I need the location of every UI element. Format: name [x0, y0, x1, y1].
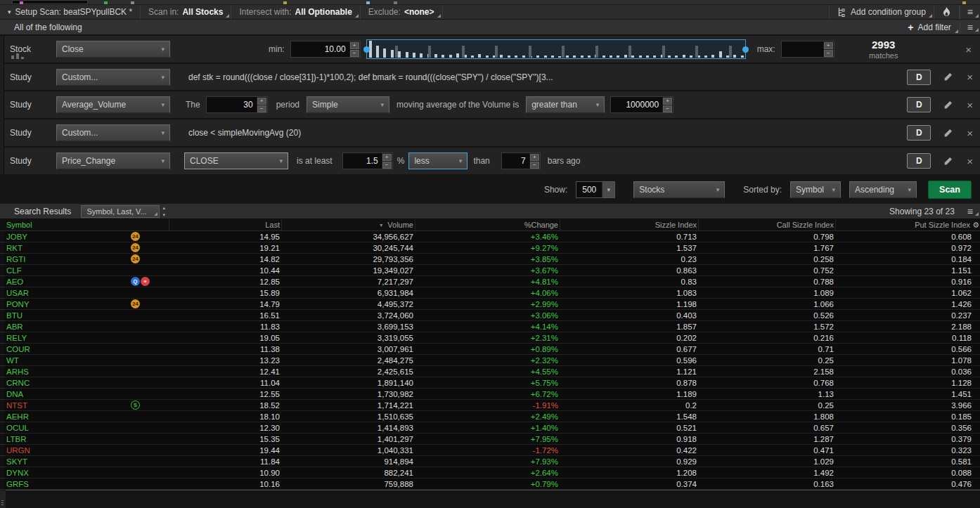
volume-threshold-spinner[interactable]: +− — [662, 97, 673, 112]
table-row[interactable]: GRFS10.16759,888+0.79%0.3740.1630.476 — [0, 478, 980, 490]
period-length-spinner[interactable]: +− — [257, 97, 267, 112]
study-field-dropdown[interactable]: Custom... ▾ — [56, 124, 170, 141]
column-header-put-sizzle[interactable]: Put Sizzle Index — [835, 219, 980, 230]
setup-scan-menu[interactable]: ▾ Setup Scan: beatSPYpullBCK * — [0, 5, 141, 19]
column-view-selector[interactable]: Symbol, Last, V... — [81, 205, 160, 218]
table-row[interactable]: NTSTS18.521,714,221-1.91%0.20.253.966 — [0, 400, 980, 411]
scan-in-selector[interactable]: Scan in: All Stocks — [141, 5, 231, 19]
table-row[interactable]: ABR11.833,699,153+4.14%1.8571.5722.188 — [0, 321, 980, 332]
spinner-down-button[interactable]: − — [824, 50, 833, 57]
spinner-down-button[interactable]: − — [257, 105, 266, 112]
aggregation-period-button[interactable]: D — [907, 97, 931, 112]
table-row[interactable]: LTBR15.351,401,297+7.95%0.9181.2870.379 — [0, 434, 980, 445]
remove-filter-button[interactable]: × — [965, 44, 972, 55]
spinner-up-button[interactable]: + — [382, 154, 392, 161]
remove-filter-button[interactable]: × — [967, 100, 973, 110]
spinner-up-button[interactable]: + — [257, 98, 266, 105]
edit-pencil-icon[interactable] — [943, 157, 953, 166]
bars-ago-spinner[interactable]: +− — [529, 153, 540, 169]
table-row[interactable]: SKYT11.84914,894+7.93%0.9291.0290.581 — [0, 456, 980, 467]
study-field-dropdown[interactable]: Custom... ▾ — [56, 69, 170, 86]
results-menu-button[interactable]: ≡ — [960, 206, 980, 217]
table-row[interactable]: DNA12.551,730,982+6.72%1.1891.131.451 — [0, 389, 980, 400]
sort-field-dropdown[interactable]: Symbol ▾ — [790, 181, 841, 198]
spinner-up-button[interactable]: + — [663, 98, 672, 105]
exclude-selector[interactable]: Exclude: <none> — [361, 5, 443, 19]
edit-pencil-icon[interactable] — [943, 72, 953, 82]
chevron-down-icon[interactable]: ▾ — [602, 182, 614, 197]
table-row[interactable]: OCUL12.301,414,893+1.40%0.5210.6570.356 — [0, 422, 980, 434]
column-header-volume[interactable]: ▾ Volume — [281, 219, 415, 230]
spinner-up-button[interactable]: + — [530, 154, 539, 161]
add-filter-button[interactable]: + Add filter — [899, 20, 960, 34]
stock-field-dropdown[interactable]: Close ▾ — [56, 41, 170, 58]
direction-dropdown[interactable]: less ▾ — [408, 152, 468, 169]
scan-button[interactable]: Scan — [928, 181, 972, 199]
add-condition-group-button[interactable]: Add condition group — [829, 5, 934, 19]
show-count-combobox[interactable]: 500 ▾ — [576, 181, 615, 198]
table-row[interactable]: RKT2419.2130,245,744+9.27%1.5371.7670.97… — [0, 242, 980, 254]
remove-filter-button[interactable]: × — [967, 72, 973, 82]
period-length-input[interactable]: 30 +− — [206, 96, 268, 113]
volume-threshold-input[interactable]: 1000000 +− — [610, 96, 673, 113]
spinner-down-button[interactable]: − — [350, 50, 359, 57]
instrument-type-dropdown[interactable]: Stocks ▾ — [633, 181, 725, 198]
slider-max-handle[interactable] — [742, 46, 749, 53]
intersect-with-selector[interactable]: Intersect with: All Optionable — [231, 5, 360, 19]
min-price-spinner[interactable]: +− — [349, 41, 360, 57]
percent-change-input[interactable]: 1.5 +− — [342, 152, 393, 169]
table-row[interactable]: USAR15.896,931,984+4.06%1.0831.0891.062 — [0, 287, 980, 299]
comparison-dropdown[interactable]: greater than ▾ — [526, 96, 605, 113]
edit-pencil-icon[interactable] — [943, 100, 953, 110]
edit-pencil-icon[interactable] — [943, 129, 953, 138]
table-row[interactable]: AEOQ≡12.857,217,297+4.81%0.830.7880.916 — [0, 276, 980, 287]
table-row[interactable]: CLF10.4419,349,027+3.67%0.8630.7521.151 — [0, 265, 980, 276]
spinner-down-button[interactable]: − — [382, 162, 392, 169]
filter-bar-menu-button[interactable]: ≡ — [960, 22, 980, 33]
panel-grip[interactable] — [0, 490, 6, 508]
toolbar-menu-button[interactable]: ≡ — [960, 5, 980, 19]
spinner-down-button[interactable]: − — [663, 105, 672, 112]
max-price-input[interactable]: +− — [781, 41, 834, 58]
price-range-slider[interactable] — [366, 39, 746, 59]
percent-change-spinner[interactable]: +− — [382, 153, 392, 169]
remove-filter-button[interactable]: × — [967, 128, 973, 138]
max-price-spinner[interactable]: +− — [823, 41, 834, 57]
column-header-change[interactable]: %Change — [415, 219, 560, 230]
table-row[interactable]: RELY19.053,319,055+2.31%0.2020.2160.118 — [0, 332, 980, 344]
column-header-sizzle[interactable]: Sizzle Index — [560, 219, 698, 230]
aggregation-period-button[interactable]: D — [907, 70, 931, 85]
column-header-call-sizzle[interactable]: Call Sizzle Index — [698, 219, 835, 230]
table-row[interactable]: COUR11.383,007,961+0.89%0.6770.710.566 — [0, 344, 980, 355]
table-row[interactable]: JOBY2414.9534,956,627+3.46%0.7130.7980.6… — [0, 231, 980, 242]
bars-ago-input[interactable]: 7 +− — [501, 152, 541, 169]
aggregation-period-button[interactable]: D — [907, 125, 931, 141]
remove-filter-button[interactable]: × — [967, 156, 973, 167]
table-row[interactable]: AEHR18.101,510,635+2.49%1.5481.8080.185 — [0, 411, 980, 422]
table-row[interactable]: ARHS12.412,425,615+4.55%1.1212.1580.036 — [0, 366, 980, 377]
column-settings-gear-icon[interactable]: ⚙ — [972, 221, 979, 230]
table-row[interactable]: CRNC11.041,891,140+5.75%0.8780.7681.128 — [0, 377, 980, 389]
spinner-down-button[interactable]: − — [530, 162, 539, 169]
aggregation-period-button[interactable]: D — [907, 153, 931, 169]
spinner-up-button[interactable]: + — [350, 42, 359, 49]
sizzle-button[interactable] — [934, 5, 960, 19]
min-price-input[interactable]: 10.00 +− — [290, 41, 361, 58]
table-row[interactable]: PONY2414.794,495,372+2.99%1.1981.0661.42… — [0, 299, 980, 310]
ma-type-dropdown[interactable]: Simple ▾ — [307, 96, 389, 113]
table-row[interactable]: RGTI2414.8229,793,356+3.85%0.230.2580.18… — [0, 254, 980, 265]
sort-direction-dropdown[interactable]: Ascending ▾ — [849, 181, 917, 198]
search-results-tab[interactable]: Search Results — [0, 207, 71, 216]
table-row[interactable]: URGN19.441,040,331-1.72%0.4220.4710.323 — [0, 445, 980, 456]
column-header-last[interactable]: Last — [169, 219, 281, 230]
table-row[interactable]: DYNX10.90882,241+2.64%1.2081.4920.088 — [0, 467, 980, 478]
slider-min-handle[interactable] — [363, 46, 370, 53]
spinner-up-button[interactable]: + — [824, 42, 833, 49]
table-row[interactable]: WT13.232,484,275+2.32%0.5960.251.078 — [0, 355, 980, 366]
price-type-dropdown[interactable]: CLOSE ▾ — [184, 152, 288, 169]
study-field-dropdown[interactable]: Price_Change ▾ — [56, 152, 170, 169]
column-header-symbol[interactable]: Symbol — [0, 219, 169, 230]
table-row[interactable]: BTU16.513,724,060+3.06%0.4030.5260.237 — [0, 310, 980, 321]
match-mode-label[interactable]: All of the following — [0, 22, 82, 32]
view-spinner[interactable]: ▴ ▾ — [162, 205, 165, 217]
